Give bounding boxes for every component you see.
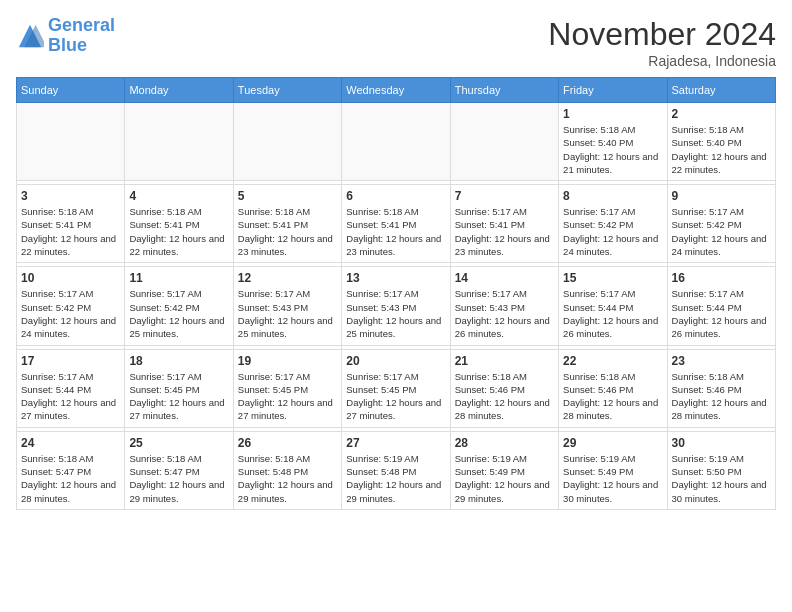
day-info: Sunrise: 5:17 AMSunset: 5:45 PMDaylight:… <box>129 370 228 423</box>
calendar-week-row: 1Sunrise: 5:18 AMSunset: 5:40 PMDaylight… <box>17 103 776 181</box>
day-number: 14 <box>455 271 554 285</box>
day-info: Sunrise: 5:18 AMSunset: 5:40 PMDaylight:… <box>563 123 662 176</box>
table-row: 25Sunrise: 5:18 AMSunset: 5:47 PMDayligh… <box>125 431 233 509</box>
table-row: 14Sunrise: 5:17 AMSunset: 5:43 PMDayligh… <box>450 267 558 345</box>
table-row: 15Sunrise: 5:17 AMSunset: 5:44 PMDayligh… <box>559 267 667 345</box>
day-number: 21 <box>455 354 554 368</box>
table-row: 29Sunrise: 5:19 AMSunset: 5:49 PMDayligh… <box>559 431 667 509</box>
day-number: 18 <box>129 354 228 368</box>
table-row: 20Sunrise: 5:17 AMSunset: 5:45 PMDayligh… <box>342 349 450 427</box>
day-info: Sunrise: 5:19 AMSunset: 5:49 PMDaylight:… <box>563 452 662 505</box>
day-info: Sunrise: 5:18 AMSunset: 5:46 PMDaylight:… <box>672 370 771 423</box>
table-row: 24Sunrise: 5:18 AMSunset: 5:47 PMDayligh… <box>17 431 125 509</box>
day-info: Sunrise: 5:18 AMSunset: 5:41 PMDaylight:… <box>129 205 228 258</box>
table-row: 2Sunrise: 5:18 AMSunset: 5:40 PMDaylight… <box>667 103 775 181</box>
day-number: 4 <box>129 189 228 203</box>
table-row <box>17 103 125 181</box>
calendar-week-row: 3Sunrise: 5:18 AMSunset: 5:41 PMDaylight… <box>17 185 776 263</box>
calendar-week-row: 17Sunrise: 5:17 AMSunset: 5:44 PMDayligh… <box>17 349 776 427</box>
table-row <box>342 103 450 181</box>
table-row: 27Sunrise: 5:19 AMSunset: 5:48 PMDayligh… <box>342 431 450 509</box>
calendar-header-row: Sunday Monday Tuesday Wednesday Thursday… <box>17 78 776 103</box>
day-number: 7 <box>455 189 554 203</box>
table-row: 30Sunrise: 5:19 AMSunset: 5:50 PMDayligh… <box>667 431 775 509</box>
table-row: 1Sunrise: 5:18 AMSunset: 5:40 PMDaylight… <box>559 103 667 181</box>
table-row: 7Sunrise: 5:17 AMSunset: 5:41 PMDaylight… <box>450 185 558 263</box>
table-row: 26Sunrise: 5:18 AMSunset: 5:48 PMDayligh… <box>233 431 341 509</box>
day-info: Sunrise: 5:18 AMSunset: 5:47 PMDaylight:… <box>129 452 228 505</box>
table-row: 4Sunrise: 5:18 AMSunset: 5:41 PMDaylight… <box>125 185 233 263</box>
day-info: Sunrise: 5:17 AMSunset: 5:42 PMDaylight:… <box>21 287 120 340</box>
calendar-week-row: 24Sunrise: 5:18 AMSunset: 5:47 PMDayligh… <box>17 431 776 509</box>
header: GeneralBlue November 2024 Rajadesa, Indo… <box>16 16 776 69</box>
day-info: Sunrise: 5:18 AMSunset: 5:47 PMDaylight:… <box>21 452 120 505</box>
table-row <box>450 103 558 181</box>
day-number: 24 <box>21 436 120 450</box>
day-info: Sunrise: 5:17 AMSunset: 5:41 PMDaylight:… <box>455 205 554 258</box>
table-row: 19Sunrise: 5:17 AMSunset: 5:45 PMDayligh… <box>233 349 341 427</box>
day-info: Sunrise: 5:18 AMSunset: 5:40 PMDaylight:… <box>672 123 771 176</box>
day-number: 23 <box>672 354 771 368</box>
table-row: 8Sunrise: 5:17 AMSunset: 5:42 PMDaylight… <box>559 185 667 263</box>
day-number: 6 <box>346 189 445 203</box>
day-info: Sunrise: 5:17 AMSunset: 5:43 PMDaylight:… <box>455 287 554 340</box>
header-monday: Monday <box>125 78 233 103</box>
table-row: 11Sunrise: 5:17 AMSunset: 5:42 PMDayligh… <box>125 267 233 345</box>
table-row: 10Sunrise: 5:17 AMSunset: 5:42 PMDayligh… <box>17 267 125 345</box>
table-row <box>233 103 341 181</box>
calendar: Sunday Monday Tuesday Wednesday Thursday… <box>16 77 776 510</box>
day-info: Sunrise: 5:17 AMSunset: 5:44 PMDaylight:… <box>21 370 120 423</box>
table-row <box>125 103 233 181</box>
table-row: 28Sunrise: 5:19 AMSunset: 5:49 PMDayligh… <box>450 431 558 509</box>
table-row: 9Sunrise: 5:17 AMSunset: 5:42 PMDaylight… <box>667 185 775 263</box>
day-info: Sunrise: 5:18 AMSunset: 5:46 PMDaylight:… <box>455 370 554 423</box>
header-friday: Friday <box>559 78 667 103</box>
day-number: 29 <box>563 436 662 450</box>
header-saturday: Saturday <box>667 78 775 103</box>
month-title: November 2024 <box>548 16 776 53</box>
table-row: 23Sunrise: 5:18 AMSunset: 5:46 PMDayligh… <box>667 349 775 427</box>
day-number: 16 <box>672 271 771 285</box>
logo: GeneralBlue <box>16 16 115 56</box>
table-row: 3Sunrise: 5:18 AMSunset: 5:41 PMDaylight… <box>17 185 125 263</box>
day-number: 11 <box>129 271 228 285</box>
day-number: 26 <box>238 436 337 450</box>
day-number: 5 <box>238 189 337 203</box>
table-row: 18Sunrise: 5:17 AMSunset: 5:45 PMDayligh… <box>125 349 233 427</box>
day-info: Sunrise: 5:19 AMSunset: 5:49 PMDaylight:… <box>455 452 554 505</box>
table-row: 5Sunrise: 5:18 AMSunset: 5:41 PMDaylight… <box>233 185 341 263</box>
day-number: 1 <box>563 107 662 121</box>
day-number: 17 <box>21 354 120 368</box>
table-row: 6Sunrise: 5:18 AMSunset: 5:41 PMDaylight… <box>342 185 450 263</box>
day-info: Sunrise: 5:17 AMSunset: 5:44 PMDaylight:… <box>672 287 771 340</box>
day-number: 20 <box>346 354 445 368</box>
day-info: Sunrise: 5:17 AMSunset: 5:44 PMDaylight:… <box>563 287 662 340</box>
day-info: Sunrise: 5:19 AMSunset: 5:48 PMDaylight:… <box>346 452 445 505</box>
day-info: Sunrise: 5:18 AMSunset: 5:41 PMDaylight:… <box>346 205 445 258</box>
day-number: 28 <box>455 436 554 450</box>
day-info: Sunrise: 5:18 AMSunset: 5:48 PMDaylight:… <box>238 452 337 505</box>
day-info: Sunrise: 5:18 AMSunset: 5:41 PMDaylight:… <box>21 205 120 258</box>
day-info: Sunrise: 5:19 AMSunset: 5:50 PMDaylight:… <box>672 452 771 505</box>
day-number: 25 <box>129 436 228 450</box>
day-info: Sunrise: 5:18 AMSunset: 5:41 PMDaylight:… <box>238 205 337 258</box>
day-number: 22 <box>563 354 662 368</box>
day-info: Sunrise: 5:17 AMSunset: 5:45 PMDaylight:… <box>238 370 337 423</box>
day-number: 8 <box>563 189 662 203</box>
day-number: 30 <box>672 436 771 450</box>
logo-text: GeneralBlue <box>48 16 115 56</box>
table-row: 21Sunrise: 5:18 AMSunset: 5:46 PMDayligh… <box>450 349 558 427</box>
location: Rajadesa, Indonesia <box>548 53 776 69</box>
header-thursday: Thursday <box>450 78 558 103</box>
table-row: 22Sunrise: 5:18 AMSunset: 5:46 PMDayligh… <box>559 349 667 427</box>
day-number: 13 <box>346 271 445 285</box>
day-info: Sunrise: 5:17 AMSunset: 5:43 PMDaylight:… <box>346 287 445 340</box>
day-number: 27 <box>346 436 445 450</box>
table-row: 13Sunrise: 5:17 AMSunset: 5:43 PMDayligh… <box>342 267 450 345</box>
header-sunday: Sunday <box>17 78 125 103</box>
day-number: 12 <box>238 271 337 285</box>
day-number: 15 <box>563 271 662 285</box>
day-number: 10 <box>21 271 120 285</box>
day-number: 3 <box>21 189 120 203</box>
header-tuesday: Tuesday <box>233 78 341 103</box>
